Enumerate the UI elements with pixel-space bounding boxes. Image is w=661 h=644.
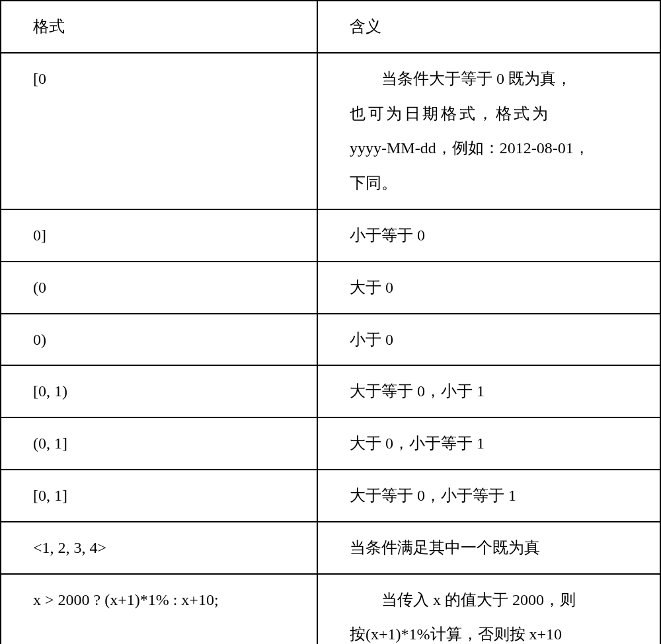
meaning-cell: 大于等于 0，小于等于 1 bbox=[317, 470, 660, 522]
line: 当条件大于等于 0 既为真， bbox=[381, 70, 572, 87]
meaning-cell: 大于 0 bbox=[317, 262, 660, 314]
format-cell: [0, 1) bbox=[1, 365, 317, 417]
meaning-cell: 大于等于 0，小于 1 bbox=[317, 365, 660, 417]
meaning-cell: 当条件大于等于 0 既为真， 也可为日期格式，格式为 yyyy-MM-dd，例如… bbox=[317, 53, 660, 209]
table-header-row: 格式 含义 bbox=[1, 1, 660, 53]
line: yyyy-MM-dd，例如：2012-08-01， bbox=[350, 139, 590, 157]
table-row: <1, 2, 3, 4> 当条件满足其中一个既为真 bbox=[1, 522, 660, 574]
format-cell: 0) bbox=[1, 314, 317, 366]
table-row: x > 2000 ? (x+1)*1% : x+10; 当传入 x 的值大于 2… bbox=[1, 574, 660, 644]
line: 也可为日期格式，格式为 bbox=[350, 105, 551, 122]
header-format: 格式 bbox=[1, 1, 317, 53]
format-cell: (0, 1] bbox=[1, 417, 317, 470]
format-cell: <1, 2, 3, 4> bbox=[1, 522, 317, 574]
format-cell: (0 bbox=[1, 262, 317, 314]
format-cell: x > 2000 ? (x+1)*1% : x+10; bbox=[1, 574, 317, 644]
table-row: 0) 小于 0 bbox=[1, 314, 660, 366]
table-row: [0 当条件大于等于 0 既为真， 也可为日期格式，格式为 yyyy-MM-dd… bbox=[1, 53, 660, 209]
table-row: [0, 1) 大于等于 0，小于 1 bbox=[1, 365, 660, 417]
header-meaning: 含义 bbox=[317, 1, 660, 53]
table-row: [0, 1] 大于等于 0，小于等于 1 bbox=[1, 470, 660, 522]
meaning-cell: 当条件满足其中一个既为真 bbox=[317, 522, 660, 574]
line: 按(x+1)*1%计算，否则按 x+10 bbox=[350, 626, 562, 643]
meaning-cell: 小于等于 0 bbox=[317, 209, 660, 262]
format-cell: [0, 1] bbox=[1, 470, 317, 522]
table-row: 0] 小于等于 0 bbox=[1, 209, 660, 262]
format-cell: 0] bbox=[1, 209, 317, 262]
line: 下同。 bbox=[350, 174, 397, 192]
table-row: (0, 1] 大于 0，小于等于 1 bbox=[1, 417, 660, 470]
format-cell: [0 bbox=[1, 53, 317, 209]
meaning-cell: 小于 0 bbox=[317, 314, 660, 366]
meaning-cell: 大于 0，小于等于 1 bbox=[317, 417, 660, 470]
table-row: (0 大于 0 bbox=[1, 262, 660, 314]
format-meaning-table: 格式 含义 [0 当条件大于等于 0 既为真， 也可为日期格式，格式为 yyyy… bbox=[0, 0, 661, 644]
line: 当传入 x 的值大于 2000，则 bbox=[381, 591, 576, 608]
meaning-cell: 当传入 x 的值大于 2000，则 按(x+1)*1%计算，否则按 x+10 计… bbox=[317, 574, 660, 644]
